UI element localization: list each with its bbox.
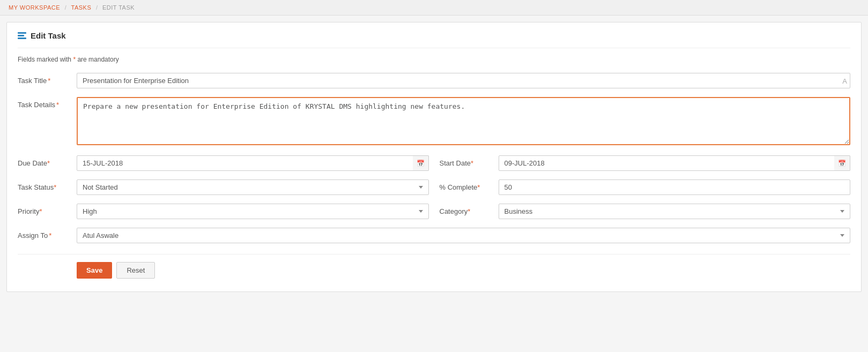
percent-complete-field [499, 179, 851, 195]
start-date-input-wrapper: 📅 [499, 155, 851, 171]
task-title-label: Task Title* [18, 73, 77, 85]
mandatory-note: Fields marked with * are mandatory [18, 56, 850, 63]
task-title-input[interactable] [77, 73, 850, 88]
category-label: Category* [440, 207, 499, 215]
category-select[interactable]: Business Personal Other [499, 204, 851, 219]
page-container: Edit Task Fields marked with * are manda… [6, 22, 862, 292]
due-date-calendar-button[interactable]: 📅 [413, 155, 429, 171]
text-format-icon: A [842, 77, 847, 85]
priority-row: Priority* Low Medium High Critical Categ… [18, 204, 850, 219]
percent-complete-input[interactable] [499, 179, 851, 195]
edit-task-icon [18, 32, 26, 39]
page-header: Edit Task [18, 31, 850, 48]
due-date-col: Due Date* 📅 [18, 155, 429, 171]
priority-field: Low Medium High Critical [77, 204, 429, 219]
task-status-col: Task Status* Not Started In Progress Com… [18, 179, 429, 195]
calendar-icon: 📅 [838, 160, 846, 167]
task-status-field: Not Started In Progress Complete On Hold [77, 179, 429, 195]
category-col: Category* Business Personal Other [440, 204, 851, 219]
due-date-input-wrapper: 📅 [77, 155, 429, 171]
save-button[interactable]: Save [77, 262, 112, 279]
reset-button[interactable]: Reset [116, 262, 155, 279]
task-details-textarea[interactable] [77, 97, 850, 145]
assign-to-field: Atul Aswale John Doe Jane Smith [77, 228, 850, 243]
breadcrumb-item-workspace[interactable]: MY WORKSPACE [9, 4, 60, 11]
calendar-icon: 📅 [417, 160, 425, 167]
start-date-label: Start Date* [440, 159, 499, 167]
category-field: Business Personal Other [499, 204, 851, 219]
due-date-label: Due Date* [18, 159, 77, 167]
breadcrumb-item-edit-task: EDIT TASK [102, 4, 135, 11]
task-details-row: Task Details* [18, 97, 850, 147]
task-details-label: Task Details* [18, 97, 77, 109]
due-date-field: 📅 [77, 155, 429, 171]
start-date-field: 📅 [499, 155, 851, 171]
task-details-field [77, 97, 850, 147]
assign-to-select[interactable]: Atul Aswale John Doe Jane Smith [77, 228, 850, 243]
assign-to-row: Assign To* Atul Aswale John Doe Jane Smi… [18, 228, 850, 243]
task-title-row: Task Title* A [18, 73, 850, 88]
start-date-input[interactable] [499, 155, 851, 171]
priority-select[interactable]: Low Medium High Critical [77, 204, 429, 219]
dates-row: Due Date* 📅 Start Date* 📅 [18, 155, 850, 171]
task-status-label: Task Status* [18, 183, 77, 191]
breadcrumb: MY WORKSPACE / TASKS / EDIT TASK [0, 0, 868, 16]
priority-col: Priority* Low Medium High Critical [18, 204, 429, 219]
status-row: Task Status* Not Started In Progress Com… [18, 179, 850, 195]
assign-to-label: Assign To* [18, 228, 77, 239]
task-status-select[interactable]: Not Started In Progress Complete On Hold [77, 179, 429, 195]
percent-complete-label: % Complete* [440, 183, 499, 191]
priority-label: Priority* [18, 207, 77, 215]
page-title: Edit Task [31, 31, 66, 40]
due-date-input[interactable] [77, 155, 429, 171]
breadcrumb-item-tasks[interactable]: TASKS [71, 4, 92, 11]
start-date-calendar-button[interactable]: 📅 [834, 155, 850, 171]
task-title-field: A [77, 73, 850, 88]
buttons-row: Save Reset [18, 254, 850, 279]
percent-complete-col: % Complete* [440, 179, 851, 195]
start-date-col: Start Date* 📅 [440, 155, 851, 171]
